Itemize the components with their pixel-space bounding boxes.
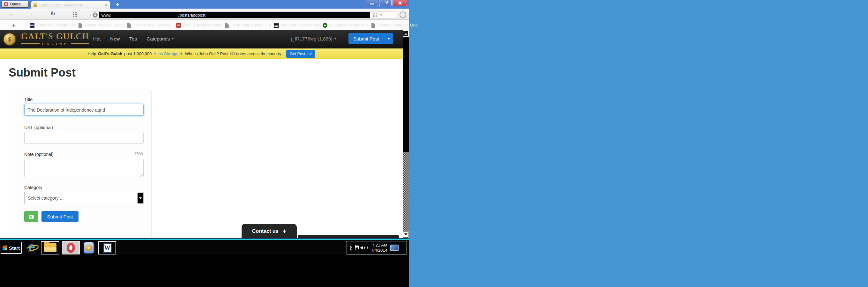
site-logo[interactable]: GALT'S GULCH ONLINE xyxy=(19,32,92,45)
title-input[interactable] xyxy=(24,104,144,116)
add-bookmark-icon[interactable]: + xyxy=(12,22,16,29)
gold-coin-logo-icon[interactable]: $ xyxy=(3,33,16,45)
back-icon[interactable]: ← xyxy=(9,10,15,17)
nav-item-new[interactable]: New xyxy=(110,36,120,41)
bookmark-label: The 10 strangest facts xyxy=(183,23,223,27)
logo-title: GALT'S GULCH xyxy=(19,32,92,41)
nav-item-hot[interactable]: Hot xyxy=(93,36,100,41)
site-nav: Hot New Top Categories xyxy=(93,36,174,41)
user-menu[interactable]: j_IR1776wg [1,889] xyxy=(291,36,337,41)
scrollbar-track[interactable] xyxy=(403,152,409,231)
forward-icon[interactable]: → xyxy=(27,10,34,17)
restore-button[interactable] xyxy=(379,0,392,6)
folder-icon xyxy=(44,243,57,252)
bookmark-heart-icon[interactable]: ♥ xyxy=(379,12,383,18)
close-button[interactable] xyxy=(393,0,407,6)
note-label: Note (optional) xyxy=(24,152,54,157)
page-title: Submit Post xyxy=(9,66,75,79)
scroll-up-button[interactable] xyxy=(403,31,408,37)
clock[interactable]: 7:21 AM 7/4/2014 xyxy=(371,243,388,253)
url-input[interactable] xyxy=(24,132,144,144)
camera-icon xyxy=(28,214,34,219)
nav-item-top[interactable]: Top xyxy=(129,36,137,41)
triangle-up-icon xyxy=(404,33,407,35)
tab-close-icon[interactable]: × xyxy=(105,3,107,7)
minimize-button[interactable] xyxy=(366,0,378,6)
banner-text: Who is John Galt? Post-it® notes across … xyxy=(185,51,282,56)
title-label: Title xyxy=(24,97,33,102)
start-label: Start xyxy=(9,245,20,251)
show-desktop-icon[interactable] xyxy=(390,245,399,251)
scrollbar-thumb[interactable] xyxy=(403,37,409,152)
category-select[interactable]: Select category ... xyxy=(24,192,144,204)
submit-post-label: Submit Post xyxy=(348,33,384,44)
media-player-icon[interactable] xyxy=(82,241,95,254)
site-favicon-icon xyxy=(33,3,37,7)
opera-logo-icon xyxy=(4,2,8,6)
contact-us-tab[interactable]: Contact us + xyxy=(242,224,297,238)
bookmark-item[interactable]: Shoulder Holsters Reve xyxy=(274,23,322,28)
banner-brand: Galt's Gulch xyxy=(98,51,122,56)
address-bar[interactable]: O www./posts/addpost ♥ xyxy=(90,11,397,19)
banner-text: Help xyxy=(87,51,96,56)
scrollbar[interactable] xyxy=(403,30,409,238)
opera-menu-label: Opera xyxy=(10,2,21,6)
clock-time: 7:21 AM xyxy=(371,243,388,248)
volume-icon[interactable] xyxy=(362,246,368,250)
scroll-down-button[interactable] xyxy=(403,231,408,237)
bookmark-label: 15 Quotes From Our Fo xyxy=(329,23,370,27)
bookmark-item[interactable]: NDThomistic Institute 199 xyxy=(30,23,79,28)
submit-post-button[interactable]: Submit Post xyxy=(41,211,79,222)
restore-icon xyxy=(384,2,387,4)
page-icon xyxy=(79,23,82,28)
action-center-flag-icon[interactable] xyxy=(355,245,359,250)
nav-item-categories[interactable]: Categories xyxy=(147,36,174,41)
username: j_IR1776wg [1,889] xyxy=(291,36,332,41)
header-submit-post-button[interactable]: Submit Post xyxy=(348,33,393,44)
internet-explorer-icon[interactable]: e xyxy=(25,241,40,254)
plus-icon: + xyxy=(282,228,286,235)
banner-text: post 1,000,000 xyxy=(124,51,152,56)
page-icon xyxy=(225,23,229,28)
word-w-glyph: W xyxy=(103,243,112,253)
select-arrow-icon[interactable] xyxy=(137,193,143,203)
opera-menu-button[interactable]: Opera xyxy=(1,1,29,8)
file-explorer-icon[interactable] xyxy=(41,241,59,254)
address-grid-icon[interactable] xyxy=(373,13,377,17)
url-text: www./posts/addpost xyxy=(99,12,370,18)
titlebar: Opera Galt's Gulch - Submit Post × + xyxy=(0,0,409,9)
add-photo-button[interactable] xyxy=(24,211,38,222)
start-button[interactable]: Start xyxy=(1,242,22,254)
divider xyxy=(21,43,39,44)
browser-tab[interactable]: Galt's Gulch - Submit Post × xyxy=(31,1,111,9)
bookmark-item[interactable]: ZDThe 10 strangest facts xyxy=(176,23,225,28)
submit-post-dropdown[interactable] xyxy=(384,33,393,44)
tab-title: Galt's Gulch - Submit Post xyxy=(39,3,103,7)
downloads-button[interactable]: ↓ xyxy=(400,11,406,18)
desktop-wallpaper xyxy=(409,0,868,287)
word-icon[interactable]: W xyxy=(98,241,116,254)
bookmark-item[interactable]: Thomas Jefferson Quo xyxy=(371,23,420,28)
bookmark-item[interactable]: 15 Quotes From Our Fo xyxy=(322,23,371,28)
bookmark-label: Thomistic Institute 199 xyxy=(36,23,76,27)
bookmark-item[interactable]: The Federal Reserve Is xyxy=(127,23,176,28)
page-icon xyxy=(371,23,375,28)
bookmark-item[interactable]: JavaScript Tutorial - Ta xyxy=(225,23,274,28)
reload-icon[interactable]: ↻ xyxy=(51,10,55,17)
bookmark-item[interactable]: Avalon Project - Docum xyxy=(79,23,127,28)
note-textarea[interactable] xyxy=(24,159,144,177)
show-hidden-icons[interactable]: ∧∧ xyxy=(349,245,352,250)
banner-link[interactable]: Atlas Shrugged: xyxy=(154,51,183,56)
logo-subtitle: ONLINE xyxy=(42,42,69,45)
opera-o-icon xyxy=(67,243,75,253)
categories-label: Categories xyxy=(147,36,170,41)
new-tab-button[interactable]: + xyxy=(114,2,121,7)
zd-logo-icon: ZD xyxy=(176,23,181,28)
windows-logo-icon xyxy=(3,245,7,250)
speed-dial-grid-icon[interactable] xyxy=(73,12,77,17)
get-postits-button[interactable]: Get Post-its! xyxy=(286,50,315,58)
chevron-down-icon xyxy=(334,38,337,39)
bookmarks-bar: + NDThomistic Institute 199 Avalon Proje… xyxy=(0,20,409,30)
nd-logo-icon: ND xyxy=(30,23,34,28)
opera-taskbar-icon[interactable] xyxy=(62,241,80,254)
